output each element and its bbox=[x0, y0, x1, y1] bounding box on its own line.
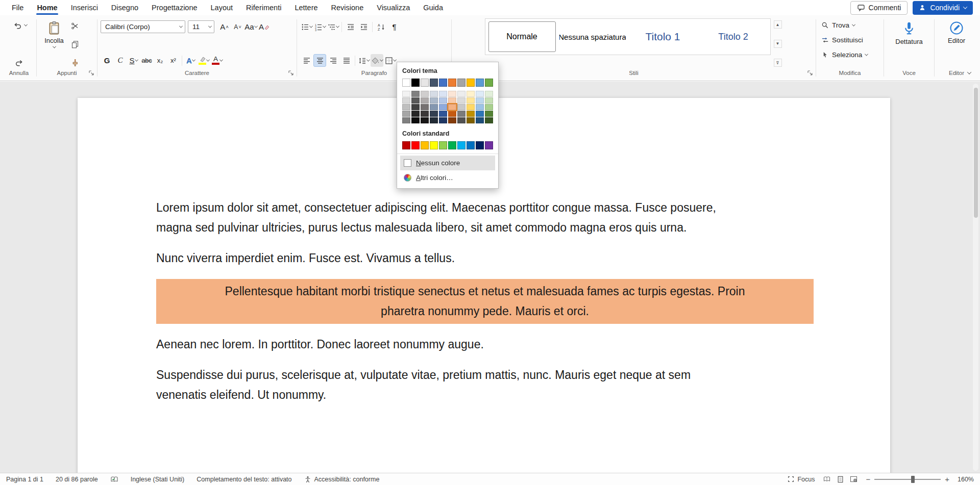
increase-indent-button[interactable] bbox=[357, 20, 370, 33]
web-layout-button[interactable] bbox=[850, 476, 857, 482]
font-size-combo[interactable]: 11 bbox=[188, 20, 214, 33]
replace-button[interactable]: Sostituisci bbox=[819, 33, 880, 46]
cut-button[interactable] bbox=[68, 19, 81, 32]
color-variant-swatch[interactable] bbox=[476, 104, 484, 110]
word-count[interactable]: 20 di 86 parole bbox=[56, 476, 98, 483]
superscript-button[interactable]: x² bbox=[167, 54, 180, 67]
dialog-launcher-icon[interactable] bbox=[806, 69, 814, 76]
style-titolo-2[interactable]: Titolo 2 bbox=[700, 21, 767, 52]
color-variant-swatch[interactable] bbox=[448, 97, 456, 104]
paragraph[interactable]: Suspendisse dui purus, scelerisque at, v… bbox=[156, 365, 814, 405]
color-variant-swatch[interactable] bbox=[448, 111, 456, 117]
color-variant-swatch[interactable] bbox=[485, 117, 493, 123]
grow-font-button[interactable]: A˄ bbox=[218, 20, 231, 33]
color-variant-swatch[interactable] bbox=[421, 111, 429, 117]
align-left-button[interactable] bbox=[300, 54, 313, 67]
color-variant-swatch[interactable] bbox=[439, 97, 447, 104]
numbering-button[interactable]: 123 bbox=[313, 20, 326, 33]
subscript-button[interactable]: x₂ bbox=[154, 54, 166, 67]
color-swatch[interactable] bbox=[448, 141, 456, 149]
zoom-level[interactable]: 160% bbox=[958, 476, 974, 483]
style-gallery-more-button[interactable]: ⊽ bbox=[774, 59, 782, 67]
color-swatch[interactable] bbox=[411, 141, 420, 149]
tab-lettere[interactable]: Lettere bbox=[288, 1, 324, 14]
color-variant-swatch[interactable] bbox=[430, 117, 438, 123]
color-variant-swatch[interactable] bbox=[439, 111, 447, 117]
copy-button[interactable] bbox=[68, 38, 81, 50]
undo-menu-chevron-icon[interactable] bbox=[23, 22, 27, 26]
color-variant-swatch[interactable] bbox=[448, 117, 456, 123]
color-variant-swatch[interactable] bbox=[467, 91, 475, 97]
borders-button[interactable] bbox=[384, 54, 397, 67]
redo-button[interactable] bbox=[13, 56, 26, 69]
color-variant-swatch[interactable] bbox=[430, 97, 438, 104]
scrollbar-thumb[interactable] bbox=[974, 88, 978, 218]
color-variant-swatch[interactable] bbox=[457, 91, 465, 97]
tab-riferimenti[interactable]: Riferimenti bbox=[239, 1, 288, 14]
color-variant-swatch[interactable] bbox=[430, 91, 438, 97]
style-gallery-up-button[interactable]: ▲ bbox=[774, 20, 782, 29]
align-center-button[interactable] bbox=[313, 54, 326, 67]
style-normale[interactable]: Normale bbox=[488, 21, 556, 52]
color-variant-swatch[interactable] bbox=[485, 91, 493, 97]
select-button[interactable]: Seleziona bbox=[819, 48, 880, 61]
dialog-launcher-icon[interactable] bbox=[88, 69, 95, 76]
color-variant-swatch[interactable] bbox=[402, 117, 410, 123]
color-variant-swatch[interactable] bbox=[485, 111, 493, 117]
read-mode-button[interactable] bbox=[823, 476, 831, 482]
justify-button[interactable] bbox=[340, 54, 353, 67]
color-swatch[interactable] bbox=[485, 141, 493, 149]
tab-home[interactable]: Home bbox=[30, 1, 64, 14]
color-variant-swatch[interactable] bbox=[411, 97, 420, 104]
line-spacing-button[interactable] bbox=[357, 54, 370, 67]
color-swatch[interactable] bbox=[411, 79, 420, 87]
no-color-item[interactable]: Nessun colore bbox=[400, 156, 495, 170]
color-variant-swatch[interactable] bbox=[421, 117, 429, 123]
tab-visualizza[interactable]: Visualizza bbox=[370, 1, 416, 14]
color-variant-swatch[interactable] bbox=[411, 91, 420, 97]
accessibility-status[interactable]: Accessibilità: conforme bbox=[304, 476, 380, 483]
undo-button[interactable] bbox=[11, 19, 24, 32]
color-variant-swatch[interactable] bbox=[421, 91, 429, 97]
color-variant-swatch[interactable] bbox=[439, 91, 447, 97]
color-variant-swatch[interactable] bbox=[411, 111, 420, 117]
tab-inserisci[interactable]: Inserisci bbox=[64, 1, 105, 14]
paragraph[interactable]: Aenean nec lorem. In porttitor. Donec la… bbox=[156, 335, 814, 354]
text-completion-indicator[interactable]: Completamento del testo: attivato bbox=[197, 476, 291, 483]
language-indicator[interactable]: Inglese (Stati Uniti) bbox=[131, 476, 185, 483]
find-button[interactable]: Trova bbox=[819, 18, 880, 32]
color-variant-swatch[interactable] bbox=[439, 104, 447, 110]
underline-button[interactable]: S bbox=[127, 54, 140, 67]
style-nessuna-spaziatura[interactable]: Nessuna spaziatura bbox=[559, 21, 626, 52]
color-swatch[interactable] bbox=[430, 141, 438, 149]
color-swatch[interactable] bbox=[457, 141, 465, 149]
page-indicator[interactable]: Pagina 1 di 1 bbox=[6, 476, 43, 483]
color-variant-swatch[interactable] bbox=[485, 104, 493, 110]
color-swatch[interactable] bbox=[448, 79, 456, 87]
color-swatch[interactable] bbox=[421, 79, 429, 87]
color-swatch[interactable] bbox=[430, 79, 438, 87]
color-variant-swatch[interactable] bbox=[467, 104, 475, 110]
color-variant-swatch[interactable] bbox=[430, 104, 438, 110]
color-variant-swatch[interactable] bbox=[402, 97, 410, 104]
color-variant-swatch[interactable] bbox=[421, 97, 429, 104]
color-swatch[interactable] bbox=[467, 141, 475, 149]
color-variant-swatch[interactable] bbox=[448, 91, 456, 97]
font-name-combo[interactable]: Calibri (Corpo) bbox=[101, 20, 185, 33]
font-color-button[interactable]: A bbox=[211, 54, 224, 67]
zoom-in-button[interactable]: + bbox=[945, 475, 949, 483]
format-painter-button[interactable] bbox=[68, 56, 81, 69]
strikethrough-button[interactable]: abc bbox=[140, 54, 153, 67]
color-variant-swatch[interactable] bbox=[402, 111, 410, 117]
shrink-font-button[interactable]: A˅ bbox=[231, 20, 244, 33]
style-gallery-down-button[interactable]: ▼ bbox=[774, 40, 782, 48]
tab-disegno[interactable]: Disegno bbox=[105, 1, 145, 14]
color-variant-swatch[interactable] bbox=[467, 117, 475, 123]
color-swatch[interactable] bbox=[439, 141, 447, 149]
decrease-indent-button[interactable] bbox=[344, 20, 357, 33]
proofing-status[interactable] bbox=[110, 476, 118, 483]
sort-button[interactable]: AZ bbox=[375, 20, 387, 33]
share-button[interactable]: Condividi bbox=[913, 1, 973, 15]
bold-button[interactable]: G bbox=[101, 54, 113, 67]
color-variant-swatch[interactable] bbox=[411, 104, 420, 110]
